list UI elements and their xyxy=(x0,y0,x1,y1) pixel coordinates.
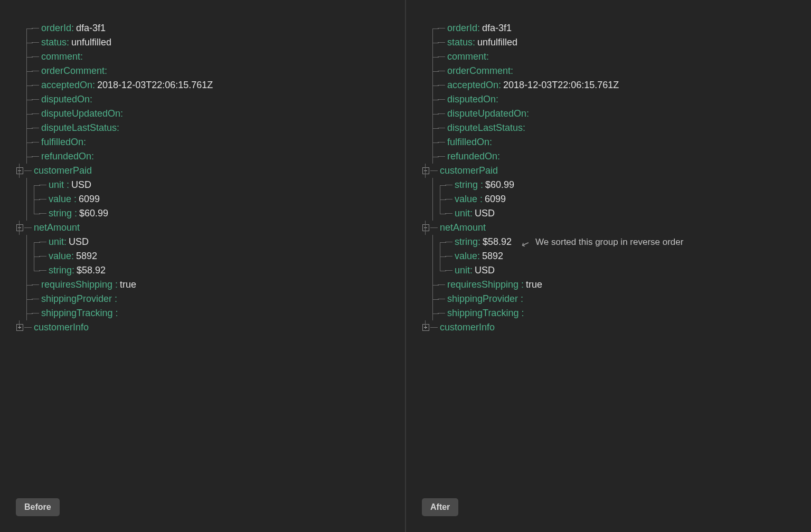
tree-row[interactable]: orderComment: xyxy=(16,64,389,78)
tree-row[interactable]: fulfilledOn: xyxy=(16,135,389,149)
tree-row[interactable]: fulfilledOn: xyxy=(422,135,795,149)
tree-row[interactable]: orderComment: xyxy=(422,64,795,78)
key-disputedOn: disputedOn: xyxy=(447,92,498,107)
key-requiresShipping: requiresShipping : xyxy=(41,278,118,292)
annotation-text: We sorted this group in reverse order xyxy=(535,235,683,249)
tree-row[interactable]: requiresShipping :true xyxy=(422,278,795,292)
key-status: status: xyxy=(41,35,69,50)
key-cp-unit: unit : xyxy=(49,178,69,192)
val-orderId: dfa-3f1 xyxy=(76,21,106,35)
before-badge: Before xyxy=(16,498,60,516)
key-na-string: string: xyxy=(455,235,480,249)
tree-row[interactable]: value :6099 xyxy=(16,192,389,206)
val-status: unfulfilled xyxy=(477,35,517,50)
tree-row[interactable]: value:5892 xyxy=(16,249,389,263)
tree-row[interactable]: comment: xyxy=(16,50,389,64)
key-shippingTracking: shippingTracking : xyxy=(41,306,118,320)
key-fulfilledOn: fulfilledOn: xyxy=(447,135,492,149)
tree-row[interactable]: string :$60.99 xyxy=(422,178,795,192)
key-na-string: string: xyxy=(49,263,74,278)
tree-row[interactable]: requiresShipping :true xyxy=(16,278,389,292)
expand-icon[interactable]: + xyxy=(422,324,429,331)
key-shippingProvider: shippingProvider : xyxy=(447,292,523,306)
tree-row[interactable]: refundedOn: xyxy=(16,149,389,164)
val-cp-unit: USD xyxy=(475,206,495,221)
val-requiresShipping: true xyxy=(526,278,542,292)
tree-row[interactable]: acceptedOn:2018-12-03T22:06:15.761Z xyxy=(16,78,389,92)
tree-row[interactable]: unit :USD xyxy=(16,178,389,192)
key-cp-string: string : xyxy=(49,206,77,221)
key-disputeUpdatedOn: disputeUpdatedOn: xyxy=(41,107,123,121)
val-cp-string: $60.99 xyxy=(485,178,514,192)
json-tree-after: orderId:dfa-3f1 status:unfulfilled comme… xyxy=(422,21,795,335)
key-refundedOn: refundedOn: xyxy=(447,149,500,164)
key-orderId: orderId: xyxy=(447,21,480,35)
key-comment: comment: xyxy=(41,50,83,64)
key-cp-value: value : xyxy=(455,192,483,206)
tree-row[interactable]: orderId:dfa-3f1 xyxy=(16,21,389,35)
tree-row[interactable]: orderId:dfa-3f1 xyxy=(422,21,795,35)
tree-row-expandable[interactable]: −customerPaid xyxy=(422,164,795,178)
tree-row-expandable[interactable]: +customerInfo xyxy=(422,320,795,335)
tree-row[interactable]: unit:USD xyxy=(422,206,795,221)
val-cp-unit: USD xyxy=(71,178,91,192)
tree-row[interactable]: shippingProvider : xyxy=(422,292,795,306)
key-disputedOn: disputedOn: xyxy=(41,92,92,107)
key-customerInfo: customerInfo xyxy=(34,320,89,335)
val-na-unit: USD xyxy=(69,235,89,249)
collapse-icon[interactable]: − xyxy=(16,224,23,231)
key-netAmount: netAmount xyxy=(34,221,80,235)
tree-row[interactable]: value:5892 xyxy=(422,249,795,263)
val-na-string: $58.92 xyxy=(77,263,106,278)
tree-row[interactable]: status:unfulfilled xyxy=(16,35,389,50)
tree-row[interactable]: string:$58.92 ↙We sorted this group in r… xyxy=(422,235,795,249)
key-cp-value: value : xyxy=(49,192,77,206)
key-orderId: orderId: xyxy=(41,21,74,35)
collapse-icon[interactable]: − xyxy=(422,167,429,174)
val-cp-value: 6099 xyxy=(79,192,100,206)
tree-row[interactable]: disputeUpdatedOn: xyxy=(16,107,389,121)
collapse-icon[interactable]: − xyxy=(422,224,429,231)
tree-row[interactable]: unit:USD xyxy=(422,263,795,278)
tree-row[interactable]: comment: xyxy=(422,50,795,64)
key-refundedOn: refundedOn: xyxy=(41,149,94,164)
tree-row[interactable]: acceptedOn:2018-12-03T22:06:15.761Z xyxy=(422,78,795,92)
key-orderComment: orderComment: xyxy=(447,64,513,78)
val-na-value: 5892 xyxy=(76,249,97,263)
val-cp-value: 6099 xyxy=(485,192,506,206)
key-netAmount: netAmount xyxy=(440,221,486,235)
tree-row[interactable]: disputedOn: xyxy=(16,92,389,107)
val-na-value: 5892 xyxy=(482,249,503,263)
collapse-icon[interactable]: − xyxy=(16,167,23,174)
key-na-unit: unit: xyxy=(455,263,473,278)
val-na-string: $58.92 xyxy=(483,235,512,249)
annotation: ↙We sorted this group in reverse order xyxy=(522,235,683,249)
tree-row[interactable]: value :6099 xyxy=(422,192,795,206)
tree-row[interactable]: string:$58.92 xyxy=(16,263,389,278)
expand-icon[interactable]: + xyxy=(16,324,23,331)
val-acceptedOn: 2018-12-03T22:06:15.761Z xyxy=(97,78,213,92)
tree-row[interactable]: refundedOn: xyxy=(422,149,795,164)
tree-row[interactable]: disputeUpdatedOn: xyxy=(422,107,795,121)
tree-row[interactable]: string :$60.99 xyxy=(16,206,389,221)
key-disputeLastStatus: disputeLastStatus: xyxy=(41,121,119,135)
tree-row[interactable]: status:unfulfilled xyxy=(422,35,795,50)
tree-row[interactable]: shippingProvider : xyxy=(16,292,389,306)
tree-row[interactable]: disputeLastStatus: xyxy=(16,121,389,135)
tree-row[interactable]: disputedOn: xyxy=(422,92,795,107)
tree-row[interactable]: shippingTracking : xyxy=(16,306,389,320)
tree-row[interactable]: unit:USD xyxy=(16,235,389,249)
tree-row-expandable[interactable]: +customerInfo xyxy=(16,320,389,335)
key-na-unit: unit: xyxy=(49,235,67,249)
key-na-value: value: xyxy=(49,249,74,263)
tree-row-expandable[interactable]: −netAmount xyxy=(16,221,389,235)
tree-row[interactable]: disputeLastStatus: xyxy=(422,121,795,135)
after-pane: orderId:dfa-3f1 status:unfulfilled comme… xyxy=(406,0,811,532)
tree-row-expandable[interactable]: −netAmount xyxy=(422,221,795,235)
tree-row-expandable[interactable]: −customerPaid xyxy=(16,164,389,178)
key-na-value: value: xyxy=(455,249,480,263)
key-comment: comment: xyxy=(447,50,489,64)
val-requiresShipping: true xyxy=(120,278,136,292)
tree-row[interactable]: shippingTracking : xyxy=(422,306,795,320)
json-tree-before: orderId:dfa-3f1 status:unfulfilled comme… xyxy=(16,21,389,335)
